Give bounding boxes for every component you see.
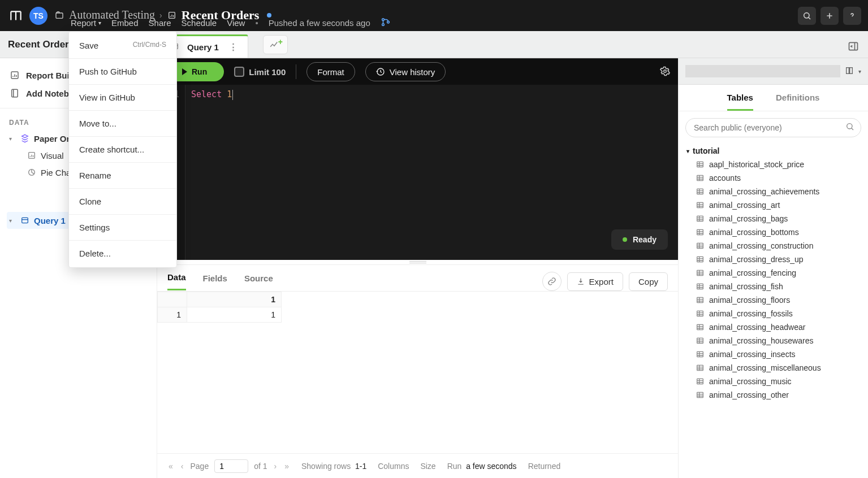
view-history-button[interactable]: View history xyxy=(365,62,446,81)
schema-table[interactable]: animal_crossing_music xyxy=(683,375,866,388)
dd-shortcut[interactable]: Create shortcut... xyxy=(69,139,176,160)
schema-table[interactable]: accounts xyxy=(683,171,866,185)
copy-link-button[interactable] xyxy=(542,272,562,291)
schema-table[interactable]: animal_crossing_other xyxy=(683,388,866,402)
app-logo[interactable] xyxy=(7,7,25,25)
svg-rect-24 xyxy=(697,257,703,262)
schema-tab-definitions[interactable]: Definitions xyxy=(776,93,820,111)
schema-table[interactable]: animal_crossing_insects xyxy=(683,347,866,361)
results-grid[interactable]: 1 11 xyxy=(157,291,678,323)
svg-rect-25 xyxy=(697,270,703,275)
tab-query1-label: Query 1 xyxy=(187,42,219,52)
search-button[interactable] xyxy=(798,7,816,25)
svg-rect-0 xyxy=(56,13,63,18)
schema-table[interactable]: animal_crossing_bottoms xyxy=(683,225,866,239)
notebook-icon xyxy=(9,88,20,99)
pager-next[interactable]: › xyxy=(273,462,278,471)
dd-settings[interactable]: Settings xyxy=(69,217,176,238)
layout-icon[interactable] xyxy=(845,66,854,77)
svg-point-3 xyxy=(382,18,384,20)
pager-prev[interactable]: ‹ xyxy=(180,462,185,471)
sql-keyword: Select xyxy=(191,89,222,99)
pager-last[interactable]: » xyxy=(283,462,290,471)
grid-row-header[interactable]: 1 xyxy=(158,307,187,323)
editor-settings-button[interactable] xyxy=(660,66,670,78)
schema-table[interactable]: animal_crossing_fossils xyxy=(683,307,866,320)
gear-icon xyxy=(660,66,670,76)
svg-rect-22 xyxy=(697,229,703,234)
menu-embed[interactable]: Embed xyxy=(111,18,139,28)
dd-delete[interactable]: Delete... xyxy=(69,243,176,264)
schema-table[interactable]: animal_crossing_fish xyxy=(683,280,866,293)
add-chart-button[interactable]: + xyxy=(263,35,288,54)
layout-caret[interactable]: ▾ xyxy=(858,68,861,75)
user-avatar[interactable]: TS xyxy=(29,7,47,25)
sql-editor[interactable]: 1 Select 1 Ready xyxy=(157,85,678,260)
limit-checkbox[interactable] xyxy=(234,67,244,77)
schema-tab-tables[interactable]: Tables xyxy=(727,93,753,111)
svg-rect-20 xyxy=(697,202,703,207)
svg-rect-29 xyxy=(697,324,703,329)
grid-corner xyxy=(158,292,187,307)
schema-table[interactable]: animal_crossing_construction xyxy=(683,239,866,253)
svg-rect-15 xyxy=(850,67,853,73)
chart-icon xyxy=(26,150,37,161)
svg-rect-31 xyxy=(697,351,703,357)
schema-table[interactable]: animal_crossing_miscellaneous xyxy=(683,361,866,375)
schema-table[interactable]: animal_crossing_achievements xyxy=(683,185,866,198)
grid-col-header[interactable]: 1 xyxy=(187,292,282,307)
menu-share[interactable]: Share xyxy=(149,18,171,28)
svg-rect-34 xyxy=(697,392,703,397)
schema-table[interactable]: animal_crossing_bags xyxy=(683,212,866,225)
copy-button[interactable]: Copy xyxy=(629,272,668,291)
status-size: Size xyxy=(420,462,435,471)
dd-rename[interactable]: Rename xyxy=(69,165,176,186)
svg-rect-17 xyxy=(697,162,703,167)
add-button[interactable] xyxy=(821,7,839,25)
schema-table[interactable]: animal_crossing_housewares xyxy=(683,334,866,347)
schema-table[interactable]: animal_crossing_dress_up xyxy=(683,253,866,266)
results-tab-source[interactable]: Source xyxy=(244,273,273,290)
svg-rect-14 xyxy=(847,67,849,73)
schema-table[interactable]: animal_crossing_fencing xyxy=(683,266,866,280)
results-tab-data[interactable]: Data xyxy=(167,272,186,290)
dd-move[interactable]: Move to... xyxy=(69,113,176,134)
status-dot-icon xyxy=(623,237,627,242)
schema-search-input[interactable] xyxy=(685,118,861,137)
svg-point-16 xyxy=(847,124,852,129)
dd-clone[interactable]: Clone xyxy=(69,191,176,212)
format-button[interactable]: Format xyxy=(306,62,355,81)
menu-schedule[interactable]: Schedule xyxy=(182,18,217,28)
export-button[interactable]: Export xyxy=(567,272,623,291)
toggle-right-panel[interactable] xyxy=(845,38,861,54)
tab-query1-menu[interactable]: ⋮ xyxy=(227,42,240,52)
menu-view[interactable]: View xyxy=(227,18,245,28)
svg-rect-21 xyxy=(697,216,703,221)
schema-group-tutorial[interactable]: ▾tutorial xyxy=(683,144,866,158)
dd-save[interactable]: SaveCtrl/Cmd-S xyxy=(69,35,176,56)
schema-table[interactable]: animal_crossing_art xyxy=(683,198,866,212)
svg-rect-32 xyxy=(697,365,703,370)
git-tree-icon[interactable] xyxy=(381,17,391,29)
dd-push-github[interactable]: Push to GitHub xyxy=(69,61,176,82)
limit-toggle[interactable]: Limit 100 xyxy=(234,67,286,77)
connection-selector[interactable] xyxy=(685,65,840,77)
menu-separator: • xyxy=(255,18,258,28)
help-button[interactable] xyxy=(843,7,861,25)
grid-cell[interactable]: 1 xyxy=(187,307,282,323)
caret-icon: ▾ xyxy=(9,136,16,142)
page-input[interactable] xyxy=(214,459,248,473)
dd-view-github[interactable]: View in GitHub xyxy=(69,87,176,108)
menu-report[interactable]: Report▾ xyxy=(71,18,101,28)
svg-rect-9 xyxy=(12,89,18,97)
svg-rect-33 xyxy=(697,379,703,384)
ready-badge: Ready xyxy=(611,229,668,250)
results-tab-fields[interactable]: Fields xyxy=(203,273,227,290)
schema-table[interactable]: animal_crossing_headwear xyxy=(683,320,866,334)
svg-rect-12 xyxy=(22,218,28,223)
svg-point-2 xyxy=(804,12,809,18)
pager-first[interactable]: « xyxy=(167,462,174,471)
resize-handle[interactable] xyxy=(409,261,426,263)
schema-table[interactable]: animal_crossing_floors xyxy=(683,293,866,307)
schema-table[interactable]: aapl_historical_stock_price xyxy=(683,158,866,171)
